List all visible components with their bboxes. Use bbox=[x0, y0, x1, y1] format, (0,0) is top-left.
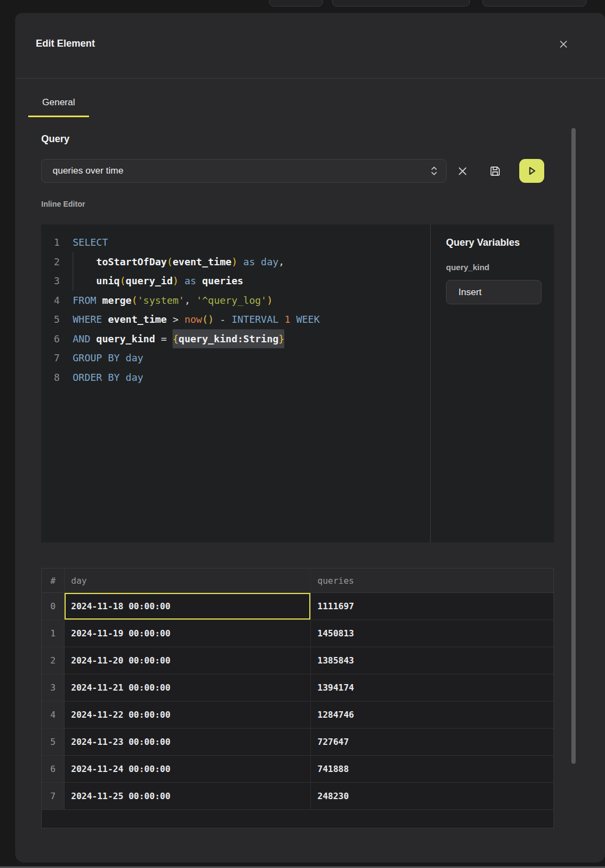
cell-day[interactable]: 2024-11-25 00:00:00 bbox=[65, 783, 311, 809]
tab-general[interactable]: General bbox=[28, 97, 89, 117]
row-index: 7 bbox=[42, 783, 65, 809]
x-icon bbox=[458, 167, 467, 176]
code-token: toStartOfDay bbox=[96, 252, 167, 272]
query-heading: Query bbox=[41, 133, 605, 145]
code-token: GROUP bbox=[73, 348, 102, 368]
code-token: ( bbox=[120, 271, 126, 291]
code-line[interactable]: 1SELECT bbox=[41, 233, 430, 252]
code-token: ORDER bbox=[73, 368, 102, 387]
code-token: 'system' bbox=[137, 291, 184, 310]
chevron-updown-icon bbox=[429, 165, 440, 177]
cell-queries[interactable]: 248230 bbox=[311, 783, 553, 809]
cell-day[interactable]: 2024-11-20 00:00:00 bbox=[65, 647, 311, 674]
table-row: 32024-11-21 00:00:001394174 bbox=[42, 674, 553, 701]
modal-scrollbar[interactable] bbox=[571, 128, 576, 764]
cell-queries[interactable]: 1394174 bbox=[311, 674, 553, 701]
code-line[interactable]: 2 toStartOfDay(event_time) as day, bbox=[41, 252, 430, 272]
code-line[interactable]: 5WHERE event_time > now() - INTERVAL 1 W… bbox=[41, 310, 430, 329]
code-token: ) bbox=[267, 291, 273, 310]
modal-header: Edit Element bbox=[15, 13, 605, 79]
cell-queries[interactable]: 1450813 bbox=[311, 620, 553, 647]
code-token bbox=[255, 252, 261, 272]
clear-query-button[interactable] bbox=[458, 167, 467, 176]
column-header[interactable]: queries bbox=[311, 569, 553, 592]
code-token: event_time bbox=[108, 310, 167, 329]
insert-variable-button[interactable]: Insert bbox=[446, 280, 542, 304]
code-token: day bbox=[126, 348, 144, 368]
query-parameter-token: {query_kind:String} bbox=[173, 329, 284, 349]
code-token: , bbox=[278, 252, 284, 272]
column-header[interactable]: day bbox=[65, 569, 311, 592]
close-button[interactable] bbox=[556, 37, 570, 51]
code-token: event_time bbox=[173, 252, 231, 272]
cell-day[interactable]: 2024-11-19 00:00:00 bbox=[65, 620, 311, 647]
cell-day[interactable]: 2024-11-23 00:00:00 bbox=[65, 729, 311, 755]
background-toolbar-button[interactable] bbox=[482, 0, 587, 7]
cell-day[interactable]: 2024-11-22 00:00:00 bbox=[65, 701, 311, 728]
code-line[interactable]: 7GROUP BY day bbox=[41, 348, 430, 368]
cell-queries[interactable]: 727647 bbox=[311, 729, 553, 755]
sql-editor[interactable]: 1SELECT2 toStartOfDay(event_time) as day… bbox=[41, 225, 430, 542]
row-index: 1 bbox=[42, 620, 65, 647]
inline-editor-label: Inline Editor bbox=[41, 200, 605, 208]
cell-queries[interactable]: 1385843 bbox=[311, 647, 553, 674]
code-line[interactable]: 8ORDER BY day bbox=[41, 368, 430, 387]
line-number: 7 bbox=[41, 348, 60, 368]
query-variables-panel: Query Variables query_kind Insert bbox=[430, 225, 554, 542]
code-token bbox=[73, 252, 96, 272]
cell-day[interactable]: 2024-11-24 00:00:00 bbox=[65, 756, 311, 782]
save-query-button[interactable] bbox=[489, 165, 501, 177]
cell-queries[interactable]: 1284746 bbox=[311, 701, 553, 728]
line-number: 2 bbox=[41, 252, 60, 272]
inline-editor: 1SELECT2 toStartOfDay(event_time) as day… bbox=[41, 225, 554, 542]
table-empty-space bbox=[42, 810, 553, 828]
cell-queries[interactable]: 1111697 bbox=[311, 593, 553, 620]
code-token: = bbox=[155, 329, 173, 349]
code-token bbox=[73, 271, 96, 291]
run-query-button[interactable] bbox=[519, 159, 544, 183]
modal-content: Query queries over time bbox=[15, 133, 605, 828]
code-token bbox=[120, 348, 126, 368]
background-toolbar-button[interactable] bbox=[269, 0, 323, 7]
cell-day[interactable]: 2024-11-21 00:00:00 bbox=[65, 674, 311, 701]
table-row: 42024-11-22 00:00:001284746 bbox=[42, 701, 553, 729]
code-token: as bbox=[184, 271, 196, 291]
row-index: 5 bbox=[42, 729, 65, 755]
row-index: 3 bbox=[42, 674, 65, 701]
code-token: uniq bbox=[96, 271, 119, 291]
code-token: SELECT bbox=[73, 233, 108, 252]
code-token: '^query_log' bbox=[196, 291, 267, 310]
code-token: day bbox=[261, 252, 279, 272]
background-toolbar-button[interactable] bbox=[332, 0, 470, 7]
code-token bbox=[102, 368, 108, 387]
code-token: day bbox=[126, 368, 144, 387]
query-select-value: queries over time bbox=[53, 165, 429, 176]
edit-element-modal: Edit Element General Query queries over … bbox=[15, 13, 605, 863]
code-token bbox=[91, 329, 97, 349]
cell-day-selected[interactable]: 2024-11-18 00:00:00 bbox=[65, 593, 311, 620]
modal-title: Edit Element bbox=[36, 38, 95, 49]
code-token bbox=[102, 348, 108, 368]
row-index: 4 bbox=[42, 701, 65, 728]
code-token: queries bbox=[202, 271, 243, 291]
code-line[interactable]: 4FROM merge('system', '^query_log') bbox=[41, 291, 430, 310]
table-row: 72024-11-25 00:00:00248230 bbox=[42, 783, 553, 810]
code-token: now bbox=[184, 310, 202, 329]
line-number: 8 bbox=[41, 368, 60, 387]
row-index: 2 bbox=[42, 647, 65, 674]
code-token: , bbox=[184, 291, 196, 310]
save-icon bbox=[489, 165, 501, 177]
cell-queries[interactable]: 741888 bbox=[311, 756, 553, 782]
line-number: 5 bbox=[41, 310, 60, 329]
code-token bbox=[237, 252, 243, 272]
code-token bbox=[278, 310, 284, 329]
query-select[interactable]: queries over time bbox=[41, 159, 447, 183]
table-row: 12024-11-19 00:00:001450813 bbox=[42, 620, 553, 647]
code-line[interactable]: 3 uniq(query_id) as queries bbox=[41, 271, 430, 291]
code-token: query_id bbox=[126, 271, 173, 291]
query-variables-heading: Query Variables bbox=[446, 237, 541, 248]
code-token: BY bbox=[108, 348, 120, 368]
code-line[interactable]: 6AND query_kind = {query_kind:String} bbox=[41, 329, 430, 349]
code-token: FROM bbox=[73, 291, 96, 310]
column-header[interactable]: # bbox=[42, 569, 65, 592]
